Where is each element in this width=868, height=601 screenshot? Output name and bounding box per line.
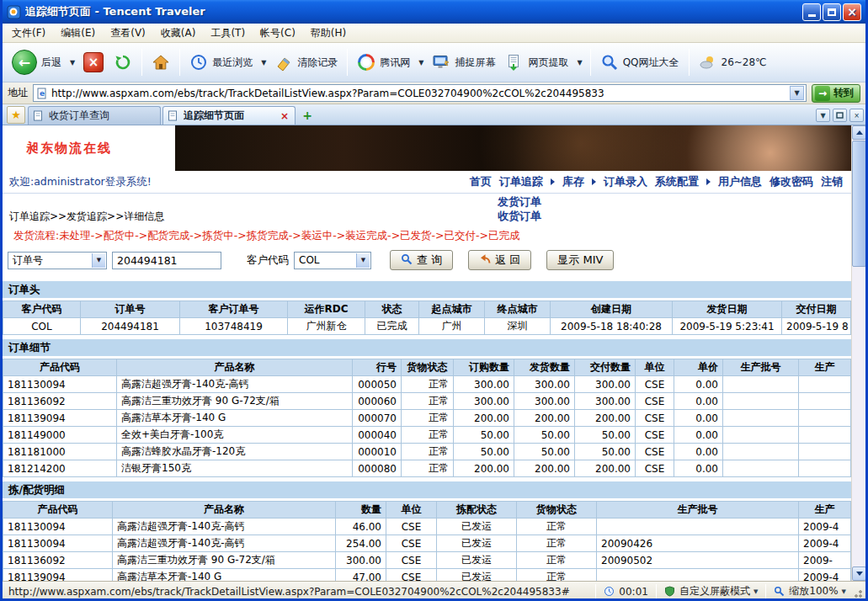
clear-history-button[interactable]: 清除记录 — [270, 51, 342, 74]
menu-help[interactable]: 帮助(H) — [303, 24, 354, 43]
nav-logout[interactable]: 注销 — [821, 174, 843, 189]
table-cell: 000080 — [353, 460, 402, 477]
column-header: 创建日期 — [551, 301, 673, 318]
breadcrumb: 订单追踪>>发货追踪>>详细信息 — [9, 210, 164, 224]
web-extract-button[interactable]: 网页提取 — [501, 51, 572, 74]
menu-favorites[interactable]: 收藏(A) — [153, 24, 204, 43]
favorites-button[interactable]: ★ — [7, 106, 25, 124]
table-cell: 2009-4 — [799, 535, 851, 552]
refresh-button[interactable] — [109, 51, 136, 74]
menu-edit[interactable]: 编辑(E) — [53, 24, 103, 43]
back-button[interactable]: ← 后退 — [8, 47, 66, 77]
toolbar-separator — [179, 49, 180, 76]
table-cell: 全效+美白牙膏-100克 — [117, 427, 353, 444]
order-number-input[interactable] — [112, 252, 221, 269]
qq-portal-button[interactable]: 腾讯网 — [353, 51, 414, 74]
section-order-header: 订单头 — [3, 281, 851, 298]
zoom-control[interactable]: 缩放100% ▼ — [766, 584, 854, 598]
back-history-dropdown[interactable]: ▼ — [67, 57, 77, 68]
table-cell — [723, 427, 799, 444]
scrollbar-thumb[interactable] — [852, 141, 865, 267]
column-header: 数量 — [336, 502, 386, 519]
table-cell: 000010 — [353, 444, 402, 460]
search-button[interactable]: 查 询 — [390, 250, 453, 270]
minimize-button[interactable] — [802, 3, 821, 21]
site-brand: 昶东物流在线 — [26, 141, 112, 157]
scroll-down-button[interactable] — [852, 566, 865, 581]
scroll-up-button[interactable] — [852, 125, 865, 140]
table-cell: 高露洁超强牙膏-140克-高钙 — [113, 535, 336, 552]
svg-text:e: e — [40, 89, 45, 98]
subnav-shipping-orders[interactable]: 发货订单 — [498, 195, 541, 209]
nav-order-tracking[interactable]: 订单追踪 — [499, 174, 543, 189]
go-button[interactable]: → 转到 — [812, 84, 860, 103]
nav-user-info[interactable]: 用户信息 — [718, 174, 762, 189]
table-cell: 2009-5-18 18:40:28 — [551, 318, 673, 335]
address-url[interactable]: http://www.aspxam.com/ebs/track/TrackDet… — [51, 88, 786, 99]
table-cell: 200.00 — [575, 460, 636, 477]
nav-inventory[interactable]: 库存 — [562, 174, 584, 189]
block-mode-control[interactable]: 自定义屏蔽模式 ▼ — [657, 584, 765, 598]
menu-account[interactable]: 帐号(C) — [253, 24, 303, 43]
recent-dropdown[interactable]: ▼ — [258, 57, 269, 68]
show-miv-button[interactable]: 显示 MIV — [546, 250, 614, 270]
nav-order-entry[interactable]: 订单录入 — [604, 174, 647, 189]
vertical-scrollbar[interactable] — [851, 125, 865, 581]
nav-home[interactable]: 首页 — [470, 174, 492, 189]
column-header: 产品代码 — [3, 502, 113, 519]
table-cell: 0.00 — [674, 444, 723, 460]
table-header-row: 客户代码订单号客户订单号运作RDC状态起点城市终点城市创建日期发货日期交付日期 — [3, 301, 851, 318]
table-cell: 正常 — [402, 410, 454, 427]
column-header: 客户订单号 — [180, 301, 288, 318]
column-header: 产品名称 — [113, 502, 336, 519]
table-cell — [723, 393, 799, 410]
menu-file[interactable]: 文件(F) — [4, 24, 53, 43]
address-dropdown[interactable]: ▼ — [790, 86, 804, 100]
qq-portal-dropdown[interactable]: ▼ — [416, 57, 426, 68]
table-cell: 正常 — [517, 552, 597, 569]
menu-tools[interactable]: 工具(T) — [203, 24, 253, 43]
table-cell: 正常 — [402, 460, 454, 477]
column-header: 终点城市 — [485, 301, 551, 318]
tab-receive-order-query[interactable]: 收货订单查询 — [28, 106, 161, 125]
weather-button[interactable]: 26~28℃ — [695, 51, 771, 74]
maximize-button[interactable] — [823, 3, 841, 21]
tab-list-dropdown[interactable]: ▼ — [816, 109, 830, 122]
address-field[interactable]: e http://www.aspxam.com/ebs/track/TrackD… — [33, 84, 807, 102]
table-cell: 000050 — [353, 376, 402, 393]
extract-dropdown[interactable]: ▼ — [574, 57, 584, 68]
zoom-label: 缩放100% — [789, 584, 838, 598]
chevron-right-icon — [551, 178, 555, 185]
table-cell — [597, 569, 799, 582]
tabbar-close-button[interactable]: × — [849, 109, 864, 122]
table-cell: 181136092 — [3, 393, 117, 410]
home-button[interactable] — [147, 51, 174, 74]
nav-change-password[interactable]: 修改密码 — [769, 174, 813, 189]
capture-screen-button[interactable]: 捕捉屏幕 — [428, 51, 499, 74]
column-header: 生产批号 — [597, 502, 799, 519]
menu-view[interactable]: 查看(V) — [103, 24, 153, 43]
qq-sites-button[interactable]: QQ网址大全 — [596, 51, 684, 74]
tab-track-detail[interactable]: 追踪细节页面 × — [162, 106, 296, 125]
toolbar: ← 后退 ▼ × 最近浏览 ▼ — [3, 43, 865, 82]
return-arrow-icon — [479, 253, 491, 268]
table-cell: 181139094 — [3, 410, 117, 427]
column-header: 生产 — [799, 359, 851, 376]
table-cell — [723, 460, 799, 477]
table-cell: 200.00 — [454, 410, 514, 427]
nav-system-config[interactable]: 系统配置 — [655, 174, 699, 189]
table-cell: 高露洁超强牙膏-140克-高钙 — [113, 519, 336, 535]
subnav-receiving-orders[interactable]: 收货订单 — [498, 210, 541, 223]
new-tab-button[interactable]: + — [299, 107, 316, 124]
resize-grip[interactable] — [854, 582, 865, 601]
table-cell: 181181000 — [3, 444, 117, 460]
return-button[interactable]: 返 回 — [468, 250, 531, 270]
tabbar-restore-button[interactable] — [833, 109, 847, 122]
order-field-select[interactable]: 订单号 ▼ — [8, 252, 107, 269]
tab-close-icon[interactable]: × — [279, 110, 290, 122]
customer-code-select[interactable]: COL ▼ — [294, 252, 371, 269]
qq-portal-label: 腾讯网 — [380, 56, 410, 70]
recent-history-button[interactable]: 最近浏览 — [185, 51, 257, 74]
close-button[interactable]: × — [843, 3, 861, 21]
stop-button[interactable]: × — [79, 50, 108, 75]
